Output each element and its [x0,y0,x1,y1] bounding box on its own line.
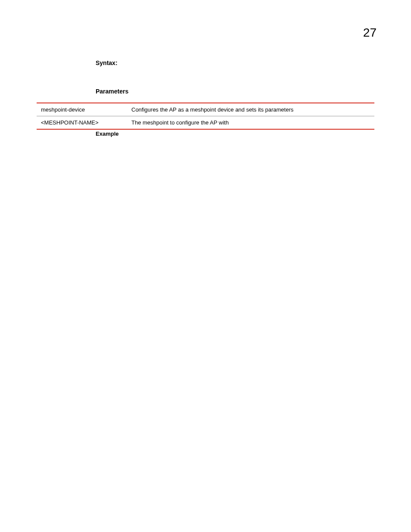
param-name-cell: meshpoint-device [37,103,127,116]
parameters-heading: Parameters [96,88,371,95]
param-name-cell: <MESHPOINT-NAME> [37,116,127,130]
syntax-heading: Syntax: [96,59,371,66]
table-row: meshpoint-device Configures the AP as a … [37,103,374,116]
parameters-table: meshpoint-device Configures the AP as a … [37,103,374,130]
content-block: Syntax: Parameters [96,59,371,103]
example-heading: Example [96,131,118,137]
page-number: 27 [363,26,377,40]
param-desc-cell: The meshpoint to configure the AP with [127,116,374,130]
param-desc-cell: Configures the AP as a meshpoint device … [127,103,374,116]
table-row: <MESHPOINT-NAME> The meshpoint to config… [37,116,374,130]
